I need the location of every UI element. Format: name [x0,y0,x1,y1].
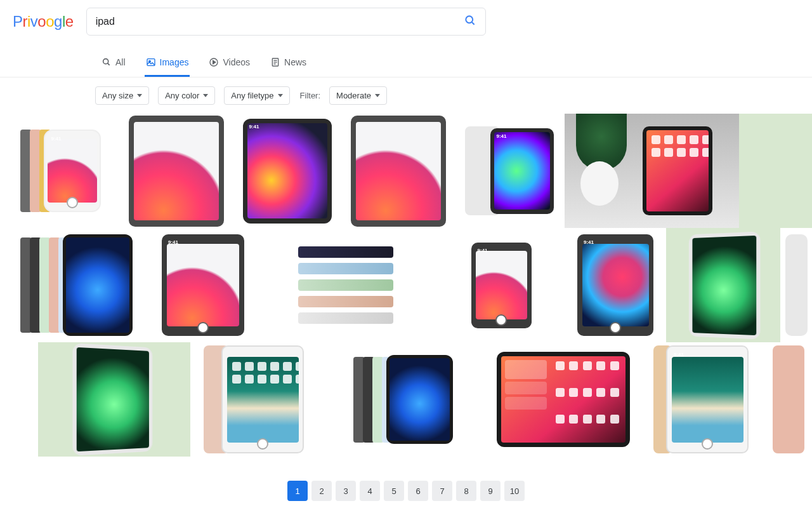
page-7[interactable]: 7 [432,481,452,501]
search-icon [102,57,112,67]
tab-news[interactable]: News [269,51,308,77]
page-1[interactable]: 1 [287,481,308,501]
logo-letter: r [23,13,28,30]
image-result[interactable]: 9:41 [454,114,565,228]
tab-label: News [284,57,306,67]
filter-safesearch-label: Filter: [300,91,321,100]
page-6[interactable]: 6 [408,481,428,501]
image-result-partial [0,342,38,457]
page-4[interactable]: 4 [360,481,380,501]
image-result[interactable] [488,342,638,457]
image-result[interactable]: 9:41 [638,342,764,457]
image-result[interactable]: 9:41 [0,114,121,228]
page-3[interactable]: 3 [336,481,356,501]
image-result[interactable]: 9:41 [152,228,254,342]
search-input[interactable] [96,16,464,27]
pagination: 1 2 3 4 5 6 7 8 9 10 [0,481,812,501]
chevron-down-icon [375,94,380,97]
image-result[interactable] [565,114,739,228]
tab-videos[interactable]: Videos [207,51,251,77]
result-row: 9:41 9:41 9:41 [0,114,812,228]
page-10[interactable]: 10 [504,481,525,501]
logo-letter: e [65,13,74,30]
logo-letter: g [54,13,62,30]
result-row: 9:41 [0,342,812,457]
logo[interactable]: Privoogle [13,13,74,30]
image-result[interactable] [317,342,488,457]
tab-images[interactable]: Images [145,51,190,77]
video-icon [209,57,219,67]
result-row: 9:41 9:41 9:41 [0,228,812,342]
chevron-down-icon [137,94,142,97]
news-icon [270,57,280,67]
filter-label-text: Moderate [336,91,371,100]
search-tabs: All Images Videos News [0,51,812,77]
filter-color[interactable]: Any color [158,86,215,105]
image-result[interactable] [780,228,812,342]
search-box [86,8,486,36]
logo-letter: o [37,13,46,30]
image-result[interactable] [38,342,190,457]
search-icon[interactable] [464,14,476,29]
image-icon [146,57,156,67]
filter-label-text: Any size [102,91,133,100]
filter-label-text: Any filetype [231,91,273,100]
tab-all[interactable]: All [100,51,127,77]
filter-label-text: Any color [165,91,199,100]
chevron-down-icon [203,94,208,97]
logo-letter: o [46,13,54,30]
image-result[interactable] [343,114,454,228]
filter-size[interactable]: Any size [95,86,149,105]
logo-letter: P [13,13,23,30]
page-9[interactable]: 9 [480,481,501,501]
filter-bar: Any size Any color Any filetype Filter: … [0,77,812,114]
image-result[interactable] [739,114,812,228]
svg-line-1 [472,22,475,25]
image-result[interactable]: 9:41 [232,114,343,228]
svg-line-3 [108,64,110,65]
image-result[interactable]: 9:41 [565,228,666,342]
image-result[interactable] [666,228,780,342]
page-5[interactable]: 5 [384,481,404,501]
tab-label: All [115,57,126,67]
image-result[interactable] [0,228,152,342]
filter-moderate[interactable]: Moderate [329,86,387,105]
svg-point-0 [466,16,473,23]
tab-label: Videos [223,57,250,67]
filter-filetype[interactable]: Any filetype [224,86,289,105]
header: Privoogle [0,0,812,36]
image-result[interactable] [764,342,812,457]
image-result[interactable]: 9:41 [438,228,565,342]
svg-point-2 [103,59,108,64]
page-2[interactable]: 2 [311,481,332,501]
image-result[interactable] [121,114,232,228]
page-8[interactable]: 8 [456,481,476,501]
logo-letter: v [30,13,38,30]
tab-label: Images [160,57,189,67]
image-result[interactable] [254,228,438,342]
image-results: 9:41 9:41 9:41 [0,114,812,457]
chevron-down-icon [278,94,283,97]
image-result[interactable] [190,342,317,457]
